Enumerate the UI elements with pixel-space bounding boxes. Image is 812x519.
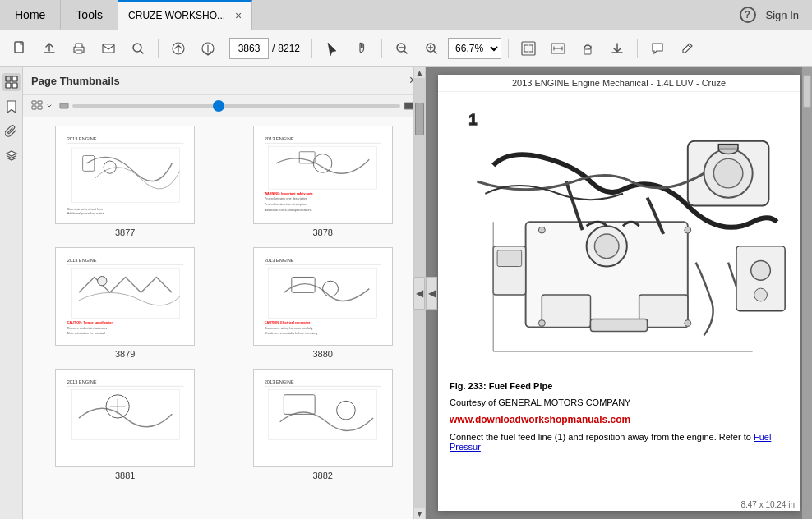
- svg-point-85: [751, 261, 771, 281]
- thumbnail-item-3877[interactable]: 2013 ENGINE Step instructions text here …: [31, 126, 219, 237]
- zoom-select[interactable]: 50% 66.7% 75% 100% 125% 150% 200%: [448, 38, 501, 59]
- comment-button[interactable]: [644, 35, 671, 62]
- svg-text:2013 ENGINE: 2013 ENGINE: [265, 135, 294, 140]
- svg-rect-16: [12, 83, 17, 88]
- svg-text:2013 ENGINE: 2013 ENGINE: [67, 135, 96, 140]
- thumbnail-item-3882[interactable]: 2013 ENGINE 3882: [229, 369, 418, 480]
- rotate-button[interactable]: [574, 35, 601, 62]
- pdf-area: ◀ 2013 ENGINE Engine Mechanical - 1.4L L…: [426, 67, 812, 519]
- svg-point-89: [538, 320, 545, 327]
- print-button[interactable]: [66, 35, 92, 62]
- svg-rect-13: [6, 76, 11, 81]
- zoom-out-button[interactable]: [389, 35, 415, 62]
- page-number-input[interactable]: [229, 38, 269, 59]
- tab-bar: Home Tools CRUZE WORKSHO... × ? Sign In: [0, 0, 812, 30]
- svg-point-87: [538, 227, 545, 233]
- zoom-in-button[interactable]: [418, 35, 445, 62]
- separator-5: [637, 39, 638, 58]
- thumbnail-item-3878[interactable]: 2013 ENGINE WARNING: Important safety no…: [229, 126, 418, 237]
- sidebar-layers-icon[interactable]: [2, 147, 21, 165]
- pdf-description: Connect the fuel feed line (1) and repos…: [445, 429, 793, 455]
- svg-rect-20: [38, 106, 42, 109]
- scroll-up-button[interactable]: ▲: [414, 67, 425, 78]
- tab-doc[interactable]: CRUZE WORKSHO... ×: [118, 0, 252, 30]
- thumbnail-item-3881[interactable]: 2013 ENGINE 3881: [31, 369, 219, 480]
- page-separator: /: [272, 43, 275, 54]
- svg-text:2013 ENGINE: 2013 ENGINE: [67, 257, 96, 262]
- svg-text:WARNING: Important safety note: WARNING: Important safety note: [265, 192, 313, 195]
- hand-tool-button[interactable]: [348, 35, 375, 62]
- pdf-page: 2013 ENGINE Engine Mechanical - 1.4L LUV…: [438, 75, 800, 511]
- pdf-scrollbar[interactable]: [802, 67, 812, 519]
- svg-rect-83: [497, 250, 522, 267]
- thumbnail-label-3878: 3878: [313, 227, 333, 237]
- figure-title: Fig. 233: Fuel Feed Pipe: [450, 381, 552, 391]
- svg-rect-81: [590, 319, 647, 332]
- tab-home[interactable]: Home: [0, 0, 61, 30]
- thumbnail-image-3877: 2013 ENGINE Step instructions text here …: [55, 126, 195, 224]
- upload-button[interactable]: [36, 35, 62, 62]
- thumbnail-item-3880[interactable]: 2013 ENGINE CAUTION: Electrical connecto…: [229, 247, 418, 359]
- slider-row: [23, 95, 425, 117]
- svg-text:CAUTION: Torque specification: CAUTION: Torque specification: [67, 321, 113, 324]
- sidebar-thumbnails-icon[interactable]: [2, 73, 21, 91]
- help-button[interactable]: ?: [740, 7, 756, 23]
- svg-rect-10: [522, 42, 535, 55]
- svg-text:Note orientation for reinstall: Note orientation for reinstall: [67, 332, 104, 335]
- separator-4: [508, 39, 509, 58]
- panel-collapse-button[interactable]: ◀: [413, 277, 425, 310]
- download-button[interactable]: [604, 35, 630, 62]
- svg-point-76: [713, 158, 742, 187]
- svg-rect-78: [718, 145, 738, 149]
- svg-rect-18: [38, 101, 42, 104]
- svg-rect-79: [542, 295, 590, 327]
- cursor-tool-button[interactable]: [319, 35, 345, 62]
- svg-rect-17: [32, 101, 36, 104]
- prev-page-button[interactable]: [165, 35, 191, 62]
- signin-button[interactable]: Sign In: [766, 9, 799, 21]
- fit-width-button[interactable]: [545, 35, 571, 62]
- close-tab-button[interactable]: ×: [235, 9, 242, 22]
- thumbnails-grid: 2013 ENGINE Step instructions text here …: [23, 117, 425, 519]
- scroll-down-button[interactable]: ▼: [414, 508, 425, 519]
- svg-text:Check connector tabs before re: Check connector tabs before removing: [265, 332, 318, 335]
- email-button[interactable]: [95, 35, 122, 62]
- description-text: Connect the fuel feed line (1) and repos…: [450, 432, 751, 442]
- search-button[interactable]: [125, 35, 151, 62]
- thumbnail-size-slider[interactable]: [72, 104, 400, 108]
- thumbnail-label-3877: 3877: [115, 227, 135, 237]
- separator-2: [311, 39, 312, 58]
- tab-home-label: Home: [15, 8, 45, 21]
- svg-point-90: [685, 320, 691, 327]
- sidebar-attachments-icon[interactable]: [2, 122, 21, 140]
- pen-button[interactable]: [674, 35, 700, 62]
- scroll-left-button[interactable]: ◀: [426, 277, 437, 310]
- svg-point-45: [97, 276, 106, 285]
- pdf-watermark-line: www.downloadworkshopmanuals.com: [445, 411, 793, 429]
- sidebar-bookmarks-icon[interactable]: [2, 98, 21, 116]
- thumbnail-item-3879[interactable]: 2013 ENGINE CAUTION: Torque specificatio…: [31, 247, 219, 359]
- svg-text:Step instructions text here: Step instructions text here: [67, 208, 103, 211]
- svg-text:CAUTION: Electrical connector: CAUTION: Electrical connector: [265, 321, 311, 324]
- svg-rect-14: [12, 76, 17, 81]
- separator-3: [381, 39, 382, 58]
- svg-rect-2: [76, 44, 82, 48]
- svg-text:Disconnect wiring harness care: Disconnect wiring harness carefully: [265, 327, 313, 330]
- next-page-button[interactable]: [195, 35, 221, 62]
- thumbnail-label-3882: 3882: [313, 471, 333, 480]
- grid-view-button[interactable]: [31, 100, 53, 112]
- courtesy-text: Courtesy of GENERAL MOTORS COMPANY: [450, 397, 630, 407]
- svg-point-86: [754, 288, 768, 301]
- tab-tools-label: Tools: [76, 8, 103, 21]
- new-file-button[interactable]: [7, 35, 33, 62]
- svg-text:2013 ENGINE: 2013 ENGINE: [265, 257, 294, 262]
- watermark-url: www.downloadworkshopmanuals.com: [450, 414, 630, 425]
- svg-rect-63: [261, 375, 385, 461]
- signin-label: Sign In: [766, 9, 799, 21]
- separator-1: [158, 39, 159, 58]
- tab-tools[interactable]: Tools: [61, 0, 118, 30]
- svg-rect-12: [584, 49, 591, 54]
- fit-page-button[interactable]: [515, 35, 542, 62]
- svg-text:2013 ENGINE: 2013 ENGINE: [67, 379, 96, 384]
- pdf-figure-caption: Fig. 233: Fuel Feed Pipe: [445, 378, 793, 394]
